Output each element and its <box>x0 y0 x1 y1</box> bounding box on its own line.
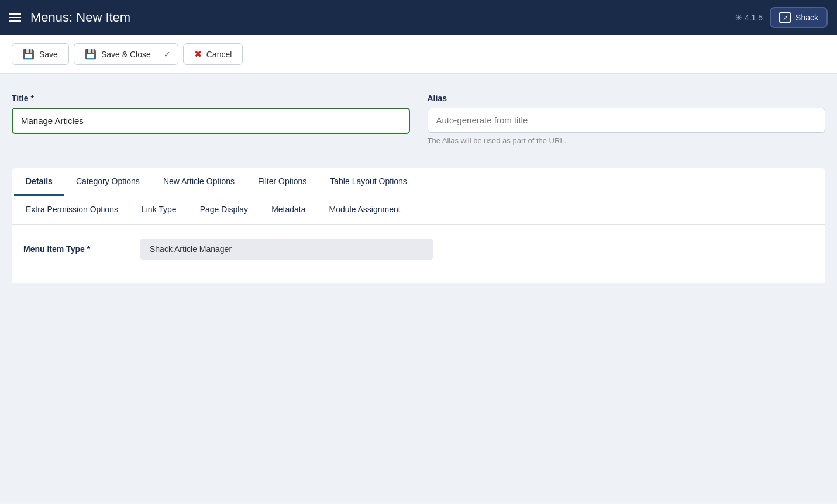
title-group: Title * <box>12 94 410 145</box>
save-close-group: 💾 Save & Close ✓ <box>74 43 178 65</box>
menu-item-type-row: Menu Item Type * Shack Article Manager <box>23 239 814 260</box>
version-number: 4.1.5 <box>745 13 763 22</box>
main-content: Title * Alias The Alias will be used as … <box>0 74 837 502</box>
tabs-row-2: Extra Permission Options Link Type Page … <box>12 196 825 225</box>
tab-filter-options[interactable]: Filter Options <box>246 168 318 196</box>
alias-label: Alias <box>428 94 826 103</box>
title-label: Title * <box>12 94 410 103</box>
joomla-version-icon: ✳ <box>735 13 742 22</box>
menu-item-type-value: Shack Article Manager <box>140 239 433 260</box>
chevron-down-icon: ✓ <box>164 50 171 59</box>
save-icon: 💾 <box>23 49 35 60</box>
tab-table-layout-options[interactable]: Table Layout Options <box>318 168 419 196</box>
title-input[interactable] <box>12 108 410 134</box>
cancel-label: Cancel <box>206 50 232 59</box>
tab-extra-permission-options[interactable]: Extra Permission Options <box>14 196 130 224</box>
header: Menus: New Item ✳ 4.1.5 ↗ Shack <box>0 0 837 35</box>
save-close-icon: 💾 <box>85 49 97 60</box>
save-close-button[interactable]: 💾 Save & Close <box>74 43 161 65</box>
tab-page-display[interactable]: Page Display <box>188 196 260 224</box>
header-right: ✳ 4.1.5 ↗ Shack <box>735 7 828 28</box>
joomla-version: ✳ 4.1.5 <box>735 13 763 22</box>
tab-link-type[interactable]: Link Type <box>130 196 188 224</box>
tab-module-assignment[interactable]: Module Assignment <box>318 196 412 224</box>
form-section: Title * Alias The Alias will be used as … <box>12 88 825 163</box>
user-label: Shack <box>795 13 818 22</box>
tab-new-article-options[interactable]: New Article Options <box>151 168 246 196</box>
save-label: Save <box>39 50 58 59</box>
alias-input[interactable] <box>428 108 826 133</box>
save-button[interactable]: 💾 Save <box>12 43 69 65</box>
tabs-container: Details Category Options New Article Opt… <box>12 168 825 283</box>
alias-group: Alias The Alias will be used as part of … <box>428 94 826 145</box>
form-row-title-alias: Title * Alias The Alias will be used as … <box>12 94 825 145</box>
user-button[interactable]: ↗ Shack <box>770 7 828 28</box>
tab-metadata[interactable]: Metadata <box>260 196 317 224</box>
save-close-label: Save & Close <box>101 50 151 59</box>
tab-details[interactable]: Details <box>14 168 64 196</box>
cancel-icon: ✖ <box>194 49 202 60</box>
external-link-icon: ↗ <box>779 12 791 23</box>
hamburger-menu-icon[interactable] <box>9 13 21 22</box>
toolbar: 💾 Save 💾 Save & Close ✓ ✖ Cancel <box>0 35 837 74</box>
tab-category-options[interactable]: Category Options <box>64 168 151 196</box>
page-title: Menus: New Item <box>30 10 130 25</box>
cancel-button[interactable]: ✖ Cancel <box>183 43 243 65</box>
alias-hint: The Alias will be used as part of the UR… <box>428 136 826 145</box>
tabs-row-1: Details Category Options New Article Opt… <box>12 168 825 196</box>
menu-item-type-label: Menu Item Type * <box>23 244 129 254</box>
content-panel: Menu Item Type * Shack Article Manager <box>12 225 825 283</box>
save-close-dropdown-button[interactable]: ✓ <box>157 43 178 65</box>
